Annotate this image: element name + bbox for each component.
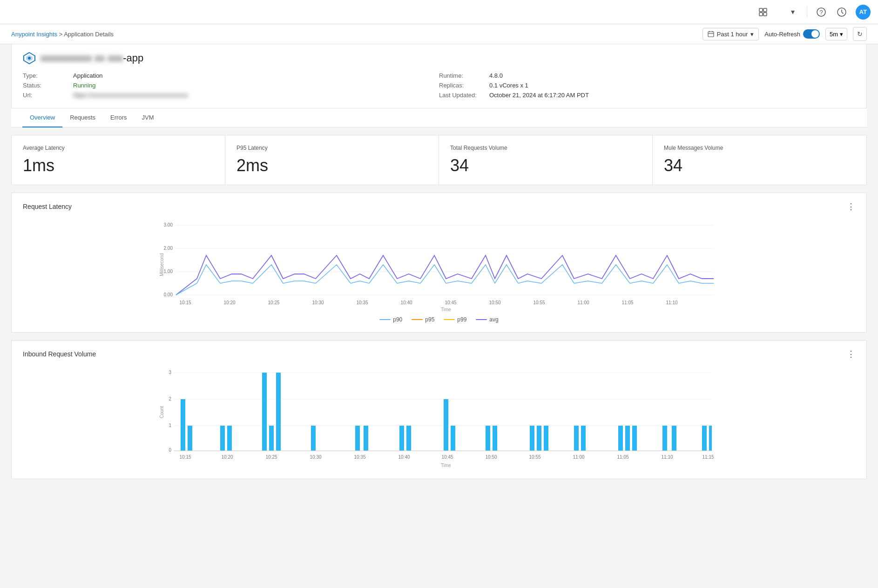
p95-latency-value: 2ms	[236, 156, 427, 175]
help-icon[interactable]: ?	[815, 6, 828, 19]
avg-latency-label: Average Latency	[23, 145, 214, 151]
tab-requests[interactable]: Requests	[62, 108, 103, 127]
url-row: Url: https://xxxxxxxxxxxxxxxxxxxxxxxxxxx…	[23, 92, 439, 99]
user-avatar[interactable]: AT	[856, 5, 871, 20]
refresh-button[interactable]: ↻	[853, 27, 867, 41]
svg-rect-48	[276, 373, 281, 451]
svg-text:1.00: 1.00	[164, 269, 173, 274]
svg-text:Time: Time	[441, 307, 451, 311]
svg-text:10:30: 10:30	[310, 454, 321, 460]
tab-jvm[interactable]: JVM	[135, 108, 162, 127]
svg-rect-52	[399, 426, 404, 451]
svg-text:10:55: 10:55	[529, 454, 540, 460]
svg-rect-51	[364, 426, 368, 451]
legend-p95-line	[412, 319, 423, 320]
metric-card-p95-latency: P95 Latency 2ms	[225, 135, 439, 185]
metrics-row: Average Latency 1ms P95 Latency 2ms Tota…	[11, 135, 867, 185]
volume-chart-container: 3 2 1 0 Count	[23, 366, 855, 469]
legend-avg-line	[476, 319, 487, 320]
app-header-card: xxxxxxxxxx xx xxx-app Type: Application …	[11, 44, 867, 108]
svg-text:10:40: 10:40	[400, 300, 412, 305]
volume-chart-section: Inbound Request Volume ⋮ 3 2 1 0 Count	[11, 340, 867, 479]
svg-rect-47	[269, 426, 274, 451]
breadcrumb-root[interactable]: Anypoint Insights	[11, 31, 57, 38]
legend-p90-line	[379, 319, 391, 320]
svg-rect-63	[618, 426, 623, 451]
svg-text:10:20: 10:20	[221, 454, 233, 460]
svg-text:10:45: 10:45	[445, 300, 456, 305]
sub-header: Anypoint Insights > Application Details …	[0, 24, 878, 44]
svg-rect-65	[632, 426, 637, 451]
chevron-down-icon[interactable]: ▾	[786, 6, 799, 19]
runtime-label: Runtime:	[439, 72, 486, 79]
latency-chart-menu[interactable]: ⋮	[847, 202, 855, 211]
interval-label: 5m	[830, 31, 838, 38]
main-content: xxxxxxxxxx xx xxx-app Type: Application …	[0, 44, 878, 586]
time-range-chevron: ▾	[750, 31, 754, 38]
svg-rect-49	[311, 426, 316, 451]
total-requests-label: Total Requests Volume	[450, 145, 641, 151]
svg-rect-44	[220, 426, 225, 451]
p95-latency-label: P95 Latency	[236, 145, 427, 151]
tabs-bar: Overview Requests Errors JVM	[11, 108, 867, 127]
latency-chart-svg: 3.00 2.00 1.00 0.00 Millisecond 10:15 10…	[23, 218, 855, 311]
total-requests-value: 34	[450, 156, 641, 175]
svg-rect-62	[581, 426, 586, 451]
legend-p95-label: p95	[425, 316, 434, 323]
svg-rect-53	[406, 426, 411, 451]
svg-text:11:05: 11:05	[617, 454, 628, 460]
svg-rect-69	[709, 426, 712, 451]
legend-p90: p90	[379, 316, 402, 323]
metric-card-mule-messages: Mule Messages Volume 34	[653, 135, 866, 185]
app-details-grid: Type: Application Runtime: 4.8.0 Status:…	[23, 72, 855, 99]
volume-chart-title: Inbound Request Volume	[23, 350, 96, 358]
svg-rect-67	[672, 426, 676, 451]
svg-rect-59	[537, 426, 541, 451]
runtime-row: Runtime: 4.8.0	[439, 72, 855, 79]
svg-text:3.00: 3.00	[164, 222, 173, 227]
replicas-label: Replicas:	[439, 82, 486, 89]
tab-errors[interactable]: Errors	[103, 108, 134, 127]
svg-rect-45	[227, 426, 232, 451]
status-row: Status: Running	[23, 82, 439, 89]
svg-rect-42	[181, 399, 185, 451]
legend-avg: avg	[476, 316, 498, 323]
svg-text:10:45: 10:45	[441, 454, 453, 460]
url-label: Url:	[23, 92, 69, 99]
svg-text:10:15: 10:15	[179, 300, 191, 305]
sub-header-controls: Past 1 hour ▾ Auto-Refresh 5m ▾ ↻	[702, 27, 867, 41]
metric-card-total-requests: Total Requests Volume 34	[439, 135, 653, 185]
svg-text:11:00: 11:00	[573, 454, 584, 460]
history-icon[interactable]	[835, 6, 848, 19]
svg-text:?: ?	[819, 9, 823, 16]
metric-card-avg-latency: Average Latency 1ms	[12, 135, 225, 185]
legend-p99-label: p99	[457, 316, 466, 323]
svg-text:10:40: 10:40	[398, 454, 410, 460]
svg-text:10:25: 10:25	[265, 454, 277, 460]
interval-button[interactable]: 5m ▾	[825, 28, 847, 40]
legend-p99-line	[444, 319, 455, 320]
top-nav: ▾ ? AT	[0, 0, 878, 24]
svg-text:10:25: 10:25	[268, 300, 279, 305]
svg-text:1: 1	[169, 423, 171, 428]
mule-messages-value: 34	[664, 156, 855, 175]
status-value: Running	[73, 82, 95, 89]
svg-rect-7	[708, 32, 714, 37]
volume-chart-menu[interactable]: ⋮	[847, 350, 855, 358]
last-updated-row: Last Updated: October 21, 2024 at 6:17:2…	[439, 92, 855, 99]
svg-rect-3	[763, 13, 767, 16]
svg-text:Millisecond: Millisecond	[159, 253, 164, 276]
app-title-row: xxxxxxxxxx xx xxx-app	[23, 52, 855, 65]
type-row: Type: Application	[23, 72, 439, 79]
tab-overview[interactable]: Overview	[22, 108, 62, 127]
type-label: Type:	[23, 72, 69, 79]
volume-chart-svg: 3 2 1 0 Count	[23, 366, 855, 468]
svg-rect-57	[493, 426, 497, 451]
auto-refresh-toggle[interactable]	[803, 29, 820, 39]
svg-text:11:05: 11:05	[621, 300, 633, 305]
grid-icon[interactable]	[756, 6, 770, 19]
replicas-value: 0.1 vCores x 1	[489, 82, 528, 89]
time-range-label: Past 1 hour	[717, 31, 748, 38]
svg-text:0.00: 0.00	[164, 292, 173, 297]
time-range-button[interactable]: Past 1 hour ▾	[702, 28, 759, 40]
